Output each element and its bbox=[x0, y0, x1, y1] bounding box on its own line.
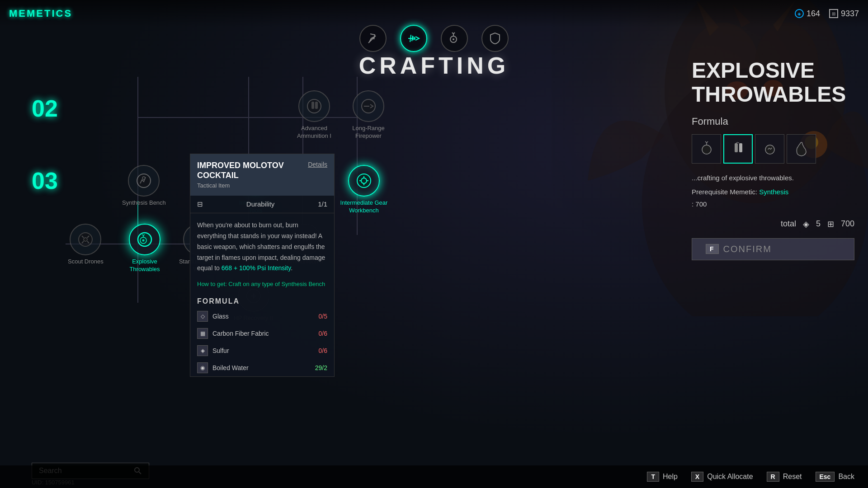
panel-title-text: EXPLOSIVE THROWABLES bbox=[692, 58, 846, 106]
node-scout-drones-circle[interactable] bbox=[70, 224, 101, 255]
crafting-title: CRAFTING bbox=[359, 52, 509, 79]
tooltip-details-link[interactable]: Details bbox=[308, 161, 327, 168]
formula-icon-3[interactable] bbox=[755, 134, 784, 164]
ingredient-water-name: Boiled Water bbox=[212, 364, 249, 371]
total-currency2-value: 700 bbox=[841, 219, 854, 229]
node-explosive-throwables[interactable]: Explosive Throwables bbox=[122, 224, 167, 273]
currency1-value: 164 bbox=[807, 9, 820, 19]
panel-req-link: Synthesis bbox=[759, 188, 788, 196]
reset-button[interactable]: R Reset bbox=[767, 472, 802, 482]
formula-icon-1[interactable] bbox=[692, 134, 721, 164]
currency2-icon: ⊞ bbox=[829, 9, 838, 18]
node-intermediate-gear-wb-circle[interactable] bbox=[348, 165, 380, 197]
svg-rect-47 bbox=[735, 143, 738, 152]
tooltip-howto: How to get: Craft on any type of Synthes… bbox=[190, 281, 334, 293]
formula-icons bbox=[678, 134, 868, 164]
node-advanced-ammo-circle[interactable] bbox=[298, 90, 330, 122]
svg-point-40 bbox=[142, 239, 145, 242]
back-label: Back bbox=[838, 473, 854, 481]
svg-rect-28 bbox=[311, 102, 314, 109]
currency1-stat: ◈ 164 bbox=[795, 9, 820, 19]
category-ranged[interactable] bbox=[400, 25, 427, 52]
confirm-key: F bbox=[706, 244, 719, 254]
svg-rect-48 bbox=[739, 143, 742, 152]
node-scout-drones[interactable]: Scout Drones bbox=[68, 224, 104, 266]
ingredient-sulfur-amount: 0/6 bbox=[319, 347, 327, 354]
ingredient-sulfur: ◈ Sulfur 0/6 bbox=[190, 342, 334, 359]
total-currency2-icon: ⊞ bbox=[827, 219, 834, 229]
tooltip-item-name: IMPROVED MOLOTOV COCKTAIL bbox=[197, 161, 284, 180]
quick-allocate-button[interactable]: X Quick Allocate bbox=[691, 472, 753, 482]
ingredient-water-icon: ◉ bbox=[197, 362, 208, 373]
svg-point-14 bbox=[453, 38, 454, 40]
node-synthesis-bench[interactable]: Synthesis Bench bbox=[122, 165, 166, 207]
svg-point-49 bbox=[765, 145, 774, 154]
quick-allocate-key: X bbox=[691, 472, 703, 482]
quick-allocate-label: Quick Allocate bbox=[707, 473, 753, 481]
svg-point-46 bbox=[702, 145, 711, 154]
node-long-range[interactable]: Long-Range Firepower bbox=[346, 90, 391, 140]
top-stats: ◈ 164 ⊞ 9337 bbox=[795, 9, 859, 19]
node-explosive-throwables-label: Explosive Throwables bbox=[122, 258, 167, 273]
confirm-label: CONFIRM bbox=[723, 244, 772, 254]
ingredient-water-amount: 29/2 bbox=[315, 364, 327, 371]
back-key: Esc bbox=[816, 472, 835, 482]
level-03: 03 bbox=[32, 167, 58, 194]
tooltip-formula-title: FORMULA bbox=[190, 293, 334, 308]
category-bar bbox=[359, 25, 509, 52]
panel-total: total ◈ 5 ⊞ 700 bbox=[678, 215, 868, 234]
formula-icon-2-selected[interactable] bbox=[723, 134, 753, 164]
panel-cost: : 700 bbox=[678, 200, 868, 208]
tooltip-panel: IMPROVED MOLOTOV COCKTAIL Tactical Item … bbox=[190, 154, 335, 377]
confirm-button[interactable]: F CONFIRM bbox=[692, 238, 854, 260]
currency2-value: 9337 bbox=[841, 9, 859, 19]
node-long-range-circle[interactable] bbox=[353, 90, 384, 122]
ingredient-carbon-icon: ▦ bbox=[197, 328, 208, 339]
ingredient-carbon-amount: 0/6 bbox=[319, 330, 327, 337]
durability-value: 1/1 bbox=[318, 200, 327, 208]
node-advanced-ammo-label: Advanced Ammunition I bbox=[292, 125, 337, 140]
ingredient-sulfur-name: Sulfur bbox=[212, 347, 229, 354]
total-currency1-value: 5 bbox=[816, 219, 821, 229]
tooltip-header: IMPROVED MOLOTOV COCKTAIL Tactical Item … bbox=[190, 154, 334, 196]
svg-point-34 bbox=[357, 174, 371, 188]
panel-formula-label: Formula bbox=[678, 116, 868, 127]
panel-title: EXPLOSIVE THROWABLES bbox=[678, 59, 868, 107]
ingredient-water-left: ◉ Boiled Water bbox=[197, 362, 249, 373]
reset-key: R bbox=[767, 472, 779, 482]
category-armor[interactable] bbox=[481, 25, 509, 52]
formula-icon-4[interactable] bbox=[787, 134, 816, 164]
ingredient-glass-amount: 0/5 bbox=[319, 313, 327, 320]
svg-rect-29 bbox=[315, 102, 318, 109]
tooltip-damage-value: 668 + 100% Psi Intensity bbox=[222, 264, 291, 272]
node-synthesis-bench-circle[interactable] bbox=[128, 165, 160, 197]
currency1-icon: ◈ bbox=[795, 9, 804, 18]
back-button[interactable]: Esc Back bbox=[816, 472, 855, 482]
svg-point-37 bbox=[84, 238, 87, 241]
ingredient-glass-name: Glass bbox=[212, 313, 229, 320]
ingredient-glass-left: ◇ Glass bbox=[197, 311, 229, 322]
top-bar: MEMETICS ◈ 164 ⊞ 9337 bbox=[0, 0, 868, 27]
ingredient-water: ◉ Boiled Water 29/2 bbox=[190, 359, 334, 376]
right-panel: EXPLOSIVE THROWABLES Formula ...crafting… bbox=[678, 59, 868, 265]
total-label: total bbox=[781, 219, 796, 229]
panel-desc-before: ...crafting of explosive throwables. bbox=[692, 174, 794, 182]
category-melee[interactable] bbox=[359, 25, 387, 52]
panel-req-prefix: Prerequisite Memetic: bbox=[692, 188, 759, 196]
tooltip-durability: ⊟ Durability 1/1 bbox=[190, 196, 334, 213]
node-intermediate-gear-wb[interactable]: Intermediate Gear Workbench bbox=[339, 165, 389, 215]
tooltip-item-info: IMPROVED MOLOTOV COCKTAIL Tactical Item bbox=[197, 161, 284, 189]
node-synthesis-bench-label: Synthesis Bench bbox=[122, 199, 166, 207]
node-advanced-ammo[interactable]: Advanced Ammunition I bbox=[292, 90, 337, 140]
tooltip-item-type: Tactical Item bbox=[197, 182, 284, 189]
panel-cost-text: : 700 bbox=[692, 200, 707, 208]
durability-label: Durability bbox=[246, 200, 275, 208]
currency2-stat: ⊞ 9337 bbox=[829, 9, 859, 19]
ingredient-carbon-left: ▦ Carbon Fiber Fabric bbox=[197, 328, 269, 339]
help-button[interactable]: T Help bbox=[647, 472, 677, 482]
panel-desc: ...crafting of explosive throwables. bbox=[678, 173, 868, 183]
node-explosive-throwables-circle[interactable] bbox=[129, 224, 160, 255]
category-throwable[interactable] bbox=[441, 25, 468, 52]
node-intermediate-gear-wb-label: Intermediate Gear Workbench bbox=[339, 199, 389, 215]
total-currency1-icon: ◈ bbox=[803, 219, 809, 229]
